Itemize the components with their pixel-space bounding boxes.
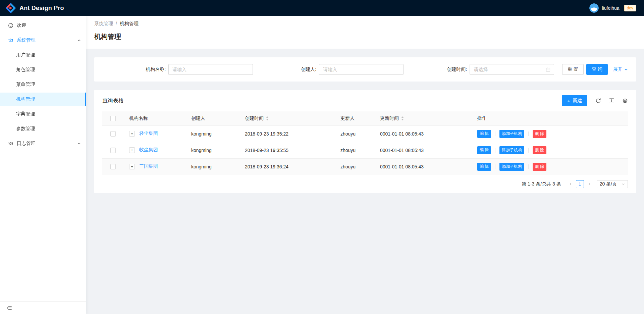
page-size-select[interactable]: 20 条/页 — [597, 180, 628, 188]
sidebar-item-user-management[interactable]: 用户管理 — [0, 48, 86, 62]
org-name-input[interactable] — [168, 64, 253, 75]
column-header-creator: 创建人 — [186, 111, 239, 125]
expand-label: 展开 — [613, 66, 623, 72]
sidebar-item-label: 参数管理 — [16, 126, 35, 132]
create-time-picker[interactable] — [470, 64, 554, 75]
search-buttons: 重 置 查 询 展开 — [562, 64, 628, 75]
sidebar-item-label: 菜单管理 — [16, 82, 35, 88]
avatar — [589, 3, 599, 13]
settings-gear-icon[interactable] — [622, 98, 628, 104]
divider — [495, 148, 495, 153]
breadcrumb-item[interactable]: 系统管理 — [94, 20, 113, 27]
table-title: 查询表格 — [102, 97, 124, 104]
org-name-link[interactable]: 三国集团 — [139, 164, 158, 169]
divider — [528, 148, 529, 153]
create-time-label: 创建时间: — [447, 66, 470, 72]
form-item-creator: 创建人: — [253, 64, 404, 75]
chevron-down-icon — [622, 182, 625, 186]
query-button[interactable]: 查 询 — [586, 64, 608, 75]
page-size-value: 20 条/页 — [600, 181, 617, 187]
row-checkbox[interactable] — [110, 148, 116, 153]
expand-toggle[interactable]: 展开 — [613, 66, 628, 72]
chevron-down-icon — [77, 142, 81, 145]
add-child-org-button[interactable]: 添加子机构 — [499, 130, 524, 138]
sort-icon[interactable] — [266, 116, 269, 120]
sidebar-item-log-management[interactable]: 日志管理 — [0, 137, 86, 150]
add-child-org-button[interactable]: 添加子机构 — [499, 146, 524, 154]
toolbar-actions: + 新建 — [562, 95, 628, 106]
table-row: + 三国集团 kongming 2018-09-23 19:36:24 zhou… — [102, 158, 628, 175]
reset-button[interactable]: 重 置 — [562, 64, 584, 75]
sidebar-item-label: 用户管理 — [16, 52, 35, 58]
sidebar-item-label: 系统管理 — [17, 37, 36, 43]
created-at-cell: 2018-09-23 19:35:55 — [239, 142, 335, 158]
org-table: 机构名称 创建人 创建时间 更新人 更新时间 操作 — [102, 111, 628, 175]
ant-design-logo-icon — [5, 3, 16, 13]
sidebar-menu: 欢迎 系统管理 用户管理 角色管理 菜单管理 机构管理 — [0, 19, 86, 150]
creator-cell: kongming — [186, 125, 239, 142]
sidebar-item-role-management[interactable]: 角色管理 — [0, 63, 86, 76]
content-area: 机构名称: 创建人: 创建时间: — [86, 49, 644, 314]
sidebar-item-welcome[interactable]: 欢迎 — [0, 19, 86, 32]
new-button[interactable]: + 新建 — [562, 95, 587, 106]
table-row: + 牧尘集团 kongming 2018-09-23 19:35:55 zhou… — [102, 142, 628, 158]
expand-row-icon[interactable]: + — [129, 147, 135, 153]
pagination: 第 1-3 条/总共 3 条 1 20 条/页 — [94, 175, 636, 190]
new-button-label: 新建 — [573, 98, 582, 104]
creator-cell: kongming — [186, 142, 239, 158]
reload-icon[interactable] — [595, 98, 601, 104]
updater-cell: zhouyu — [335, 158, 375, 175]
crown-icon — [8, 141, 13, 146]
row-checkbox[interactable] — [110, 131, 116, 137]
breadcrumb-item-current: 机构管理 — [120, 20, 139, 27]
org-name-link[interactable]: 轻尘集团 — [139, 131, 158, 136]
env-tag: dev — [624, 5, 636, 11]
sidebar-item-system-management[interactable]: 系统管理 — [0, 34, 86, 47]
column-header-actions: 操作 — [472, 111, 628, 125]
density-icon[interactable] — [609, 98, 614, 104]
creator-label: 创建人: — [301, 66, 319, 72]
breadcrumb: 系统管理 / 机构管理 — [94, 20, 636, 27]
updated-at-cell: 0001-01-01 08:05:43 — [375, 158, 472, 175]
updated-at-cell: 0001-01-01 08:05:43 — [375, 142, 472, 158]
creator-input[interactable] — [319, 64, 404, 75]
prev-page-icon[interactable] — [567, 180, 575, 188]
edit-button[interactable]: 编 辑 — [477, 163, 491, 171]
sidebar-item-label: 字典管理 — [16, 111, 35, 117]
edit-button[interactable]: 编 辑 — [477, 130, 491, 138]
sidebar-item-param-management[interactable]: 参数管理 — [0, 122, 86, 136]
sort-icon[interactable] — [401, 116, 404, 120]
edit-button[interactable]: 编 辑 — [477, 146, 491, 154]
sidebar-item-org-management[interactable]: 机构管理 — [0, 93, 86, 106]
row-checkbox[interactable] — [110, 164, 116, 169]
expand-row-icon[interactable]: + — [129, 131, 135, 137]
column-header-created-at[interactable]: 创建时间 — [239, 111, 335, 125]
divider — [495, 132, 495, 136]
select-all-checkbox[interactable] — [110, 116, 116, 121]
sidebar-item-dict-management[interactable]: 字典管理 — [0, 107, 86, 121]
delete-button[interactable]: 删 除 — [533, 146, 546, 154]
sidebar-item-menu-management[interactable]: 菜单管理 — [0, 78, 86, 91]
column-header-updated-at[interactable]: 更新时间 — [375, 111, 472, 125]
menu-fold-icon[interactable] — [6, 305, 12, 311]
user-menu[interactable]: liufeihua — [589, 3, 619, 13]
table-card: 查询表格 + 新建 — [94, 90, 636, 193]
created-at-cell: 2018-09-23 19:36:24 — [239, 158, 335, 175]
page-header: 系统管理 / 机构管理 机构管理 — [86, 16, 644, 49]
username: liufeihua — [602, 5, 619, 11]
search-form: 机构名称: 创建人: 创建时间: — [102, 64, 554, 75]
column-header-org-name: 机构名称 — [124, 111, 186, 125]
org-name-link[interactable]: 牧尘集团 — [139, 147, 158, 153]
table-header-row: 机构名称 创建人 创建时间 更新人 更新时间 操作 — [102, 111, 628, 125]
sidebar-item-label: 日志管理 — [17, 141, 36, 147]
logo[interactable]: Ant Design Pro — [5, 3, 64, 13]
add-child-org-button[interactable]: 添加子机构 — [499, 163, 524, 171]
app-title: Ant Design Pro — [19, 5, 64, 12]
form-item-org-name: 机构名称: — [102, 64, 253, 75]
page-number-1[interactable]: 1 — [576, 180, 584, 188]
delete-button[interactable]: 删 除 — [533, 130, 546, 138]
delete-button[interactable]: 删 除 — [533, 163, 546, 171]
table-row: + 轻尘集团 kongming 2018-09-23 19:35:22 zhou… — [102, 125, 628, 142]
next-page-icon[interactable] — [585, 180, 593, 188]
expand-row-icon[interactable]: + — [129, 164, 135, 169]
